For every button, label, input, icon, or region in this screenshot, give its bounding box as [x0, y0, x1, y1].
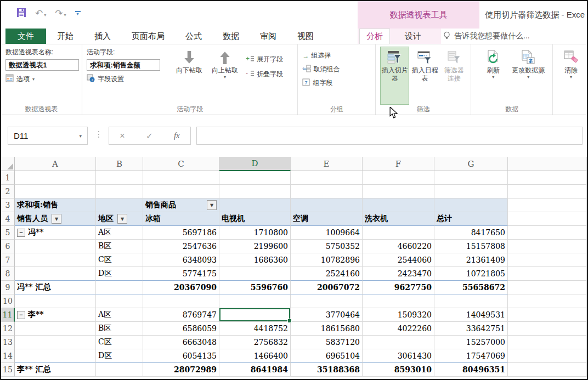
cell-A8[interactable]: [15, 267, 96, 281]
cell-D15[interactable]: 8641984: [219, 363, 291, 377]
row-header-10[interactable]: 10: [1, 294, 15, 308]
cell-H10[interactable]: [508, 294, 587, 308]
cell-E3[interactable]: [291, 198, 363, 212]
cell-E7[interactable]: 10782896: [291, 253, 363, 267]
filter-dropdown-icon[interactable]: ▼: [207, 200, 217, 210]
ungroup-button[interactable]: ⇦ 取消组合: [302, 65, 372, 74]
collapse-outline-icon[interactable]: −: [17, 229, 25, 237]
cell-H13[interactable]: [508, 336, 587, 349]
active-field-input[interactable]: 求和项:销售金额: [87, 59, 160, 71]
cell-H1[interactable]: [508, 171, 587, 185]
cell-A1[interactable]: [15, 171, 96, 185]
row-header-15[interactable]: 15: [1, 363, 15, 377]
cell-E5[interactable]: 1009664: [291, 226, 363, 240]
cell-D6[interactable]: 2199600: [219, 240, 291, 253]
cell-F5[interactable]: [363, 226, 434, 240]
cell-B7[interactable]: C区: [96, 253, 143, 267]
formula-input[interactable]: [196, 127, 583, 145]
row-header-1[interactable]: 1: [1, 171, 15, 185]
cell-B2[interactable]: [96, 185, 143, 198]
cell-D5[interactable]: 1710800: [219, 226, 291, 240]
row-header-7[interactable]: 7: [1, 253, 15, 267]
cell-B14[interactable]: D区: [96, 349, 143, 363]
cell-B5[interactable]: A区: [96, 226, 143, 240]
cell-D1[interactable]: [219, 171, 291, 185]
cell-A2[interactable]: [15, 185, 96, 198]
cell-G14[interactable]: 17547069: [434, 349, 508, 363]
col-header-B[interactable]: B: [96, 157, 143, 171]
save-icon[interactable]: [16, 8, 26, 20]
cell-C8[interactable]: 5774175: [143, 267, 219, 281]
tab-analyze-active[interactable]: 分析: [359, 29, 390, 44]
tab-design[interactable]: 设计: [398, 29, 428, 44]
cell-B15[interactable]: [96, 363, 143, 377]
cell-G7[interactable]: 21361409: [434, 253, 508, 267]
cell-B12[interactable]: B区: [96, 322, 143, 336]
cell-D4[interactable]: 电视机: [219, 212, 291, 226]
cell-C7[interactable]: 6348093: [143, 253, 219, 267]
cell-G13[interactable]: 15257000: [434, 336, 508, 349]
cell-E9[interactable]: 20067072: [291, 281, 363, 294]
undo-button[interactable]: ↶▾: [35, 9, 46, 19]
row-header-5[interactable]: 5: [1, 226, 15, 240]
cell-F7[interactable]: 2544060: [363, 253, 434, 267]
cell-H4[interactable]: [508, 212, 587, 226]
cell-A6[interactable]: [15, 240, 96, 253]
fill-handle[interactable]: [287, 319, 292, 323]
cell-H2[interactable]: [508, 185, 587, 198]
cell-B6[interactable]: B区: [96, 240, 143, 253]
group-field-button[interactable]: 7 组字段: [302, 78, 372, 88]
cell-C12[interactable]: 6586059: [143, 322, 219, 336]
cell-C15[interactable]: 28072989: [143, 363, 219, 377]
cell-B9[interactable]: [96, 281, 143, 294]
cell-D9[interactable]: 5596760: [219, 281, 291, 294]
cell-A4[interactable]: 销售人员▼: [15, 212, 96, 226]
row-header-8[interactable]: 8: [1, 267, 15, 281]
row-header-6[interactable]: 6: [1, 240, 15, 253]
cell-C10[interactable]: [143, 294, 219, 308]
cell-G5[interactable]: 8417650: [434, 226, 508, 240]
tab-review[interactable]: 审阅: [258, 29, 279, 44]
cell-E13[interactable]: 5837120: [291, 336, 363, 349]
cell-B8[interactable]: D区: [96, 267, 143, 281]
filter-dropdown-icon[interactable]: ▼: [52, 214, 61, 224]
row-header-12[interactable]: 12: [1, 322, 15, 336]
col-header-H[interactable]: [508, 157, 587, 171]
cell-E11[interactable]: 3770464: [291, 308, 363, 322]
cell-A14[interactable]: [15, 349, 96, 363]
cell-E12[interactable]: 18615680: [291, 322, 363, 336]
cell-A7[interactable]: [15, 253, 96, 267]
cell-D14[interactable]: 1466400: [219, 349, 291, 363]
cell-B4[interactable]: 地区▼: [96, 212, 143, 226]
cell-H6[interactable]: [508, 240, 587, 253]
insert-slicer-button[interactable]: 插入切片器: [380, 47, 409, 105]
cell-F14[interactable]: 3061430: [363, 349, 434, 363]
drill-down-button[interactable]: 向下钻取: [172, 47, 206, 84]
cell-C2[interactable]: [143, 185, 219, 198]
cell-D11-selected[interactable]: [219, 308, 291, 322]
cell-E15[interactable]: 35188368: [291, 363, 363, 377]
pivot-name-input[interactable]: 数据透视表1: [5, 59, 79, 71]
cell-E10[interactable]: [291, 294, 363, 308]
row-header-14[interactable]: 14: [1, 349, 15, 363]
cell-G8[interactable]: 10721805: [434, 267, 508, 281]
cell-E6[interactable]: 5750352: [291, 240, 363, 253]
redo-button[interactable]: ↷▾: [55, 9, 66, 19]
tab-view[interactable]: 视图: [295, 29, 316, 44]
cell-A15[interactable]: 李** 汇总: [15, 363, 96, 377]
cell-A3[interactable]: 求和项:销售: [15, 198, 96, 212]
cell-B11[interactable]: A区: [96, 308, 143, 322]
cell-C3[interactable]: 销售商品▼: [143, 198, 219, 212]
cell-G11[interactable]: 14049531: [434, 308, 508, 322]
row-header-11[interactable]: 11: [1, 308, 15, 322]
insert-timeline-button[interactable]: 插入日程表: [410, 47, 439, 105]
row-header-13[interactable]: 13: [1, 336, 15, 349]
cell-A12[interactable]: [15, 322, 96, 336]
field-settings-button[interactable]: i 字段设置: [87, 74, 169, 84]
cell-G1[interactable]: [434, 171, 508, 185]
cell-C13[interactable]: 6663048: [143, 336, 219, 349]
cell-F11[interactable]: 1509320: [363, 308, 434, 322]
tab-file[interactable]: 文件: [5, 29, 46, 44]
col-header-D[interactable]: D: [219, 157, 291, 171]
cell-C11[interactable]: 8769747: [143, 308, 219, 322]
